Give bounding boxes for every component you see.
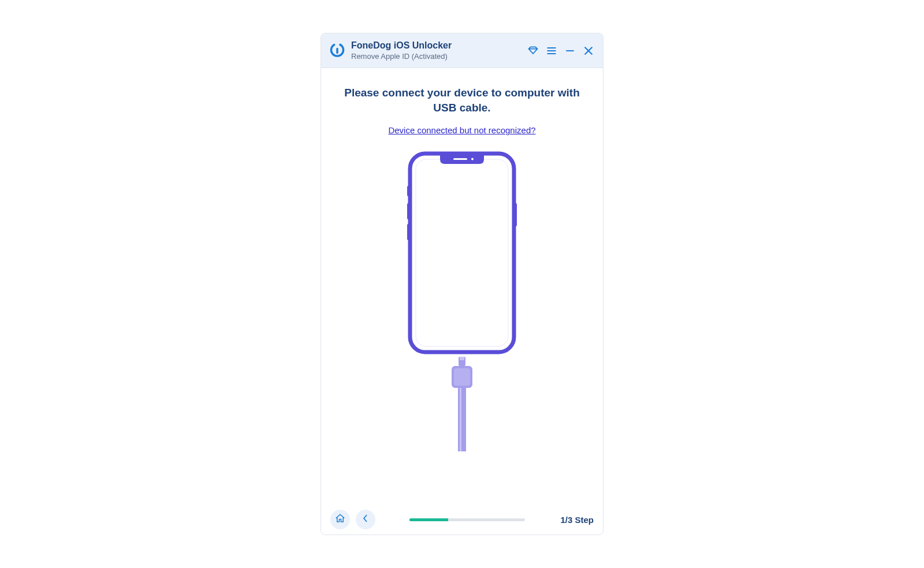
logo-area: FoneDog iOS Unlocker Remove Apple ID (Ac… [329, 40, 521, 61]
svg-rect-1 [336, 47, 338, 54]
home-icon [335, 513, 345, 526]
svg-rect-13 [407, 203, 409, 219]
svg-rect-12 [407, 186, 409, 196]
progress-area [381, 518, 553, 521]
window-controls [527, 44, 595, 57]
diamond-icon[interactable] [527, 44, 539, 57]
progress-bar [409, 518, 525, 521]
svg-rect-10 [453, 158, 467, 160]
app-logo-icon [329, 43, 345, 59]
title-text-block: FoneDog iOS Unlocker Remove Apple ID (Ac… [351, 40, 452, 61]
svg-rect-15 [515, 203, 517, 226]
svg-point-11 [471, 158, 474, 160]
menu-icon[interactable] [545, 44, 558, 57]
instruction-text: Please connect your device to computer w… [338, 85, 586, 115]
step-label: 1/3 Step [559, 515, 594, 525]
svg-rect-8 [410, 154, 514, 352]
content-area: Please connect your device to computer w… [321, 68, 603, 505]
footer: 1/3 Step [321, 505, 603, 535]
progress-fill [409, 518, 448, 521]
svg-rect-17 [460, 357, 464, 360]
svg-rect-14 [407, 224, 409, 240]
app-title: FoneDog iOS Unlocker [351, 40, 452, 51]
close-icon[interactable] [582, 44, 595, 57]
chevron-left-icon [360, 513, 371, 526]
help-link[interactable]: Device connected but not recognized? [388, 125, 535, 135]
back-button[interactable] [356, 510, 375, 529]
app-subtitle: Remove Apple ID (Activated) [351, 52, 452, 61]
svg-rect-21 [460, 388, 461, 451]
minimize-icon[interactable] [564, 44, 576, 57]
titlebar: FoneDog iOS Unlocker Remove Apple ID (Ac… [321, 33, 603, 68]
phone-illustration [393, 151, 531, 451]
home-button[interactable] [330, 510, 350, 529]
svg-point-0 [339, 43, 341, 46]
svg-rect-20 [458, 388, 466, 451]
app-window: FoneDog iOS Unlocker Remove Apple ID (Ac… [321, 33, 603, 535]
svg-rect-19 [454, 368, 470, 386]
